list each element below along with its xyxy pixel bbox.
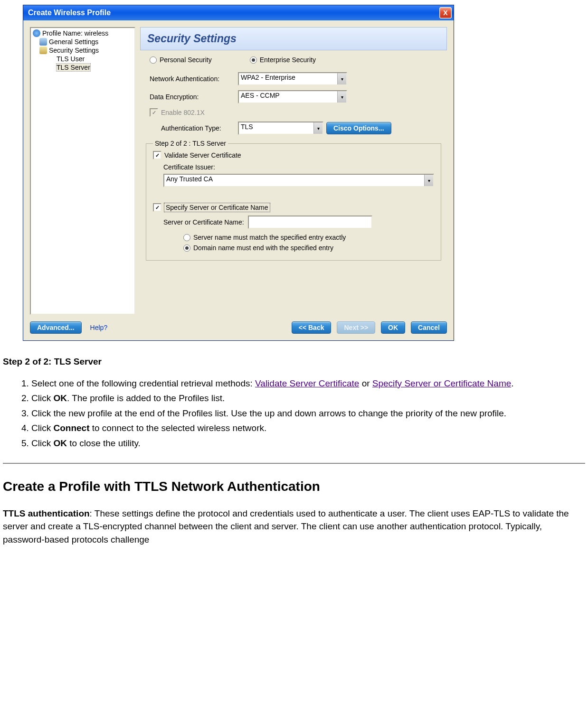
tree-item-label: TLS Server xyxy=(57,64,90,71)
cancel-button[interactable]: Cancel xyxy=(411,321,447,334)
field-label: Authentication Type: xyxy=(145,124,235,132)
dialog-title: Create Wireless Profile xyxy=(28,9,111,17)
enterprise-security-radio[interactable]: Enterprise Security xyxy=(250,56,316,64)
server-name-row: Server or Certificate Name: xyxy=(163,216,434,229)
data-enc-row: Data Encryption: AES - CCMP xyxy=(145,90,442,103)
field-label: Data Encryption: xyxy=(145,93,235,101)
tree-item-label: General Settings xyxy=(49,38,98,46)
documentation-content: Step 2 of 2: TLS Server Select one of th… xyxy=(0,355,588,560)
settings-panel: Security Settings Personal Security Ente… xyxy=(135,27,447,315)
select-value: Any Trusted CA xyxy=(166,175,213,183)
back-button[interactable]: << Back xyxy=(292,321,332,334)
select-value: AES - CCMP xyxy=(241,92,280,99)
profile-tree[interactable]: Profile Name: wireless General Settings … xyxy=(30,27,135,315)
network-auth-row: Network Authentication: WPA2 - Enterpris… xyxy=(145,72,442,85)
dialog-titlebar[interactable]: Create Wireless Profile X xyxy=(23,5,454,20)
cert-issuer-select[interactable]: Any Trusted CA xyxy=(163,174,434,187)
tree-item-label: Security Settings xyxy=(49,47,99,54)
auth-type-select[interactable]: TLS xyxy=(238,122,323,135)
radio-off-icon xyxy=(150,56,157,64)
link-specify-server[interactable]: Specify Server or Certificate Name xyxy=(372,378,512,388)
tree-item-general-settings[interactable]: General Settings xyxy=(31,38,134,46)
radio-on-icon xyxy=(183,244,190,252)
section-heading: Create a Profile with TTLS Network Authe… xyxy=(3,477,585,497)
tree-item-label: TLS User xyxy=(57,55,85,63)
user-icon xyxy=(39,38,47,46)
radio-label: Domain name must end with the specified … xyxy=(193,244,333,252)
ttls-paragraph: TTLS authentication: These settings defi… xyxy=(3,507,585,546)
list-item: Click OK to close the utility. xyxy=(31,437,585,450)
server-name-input[interactable] xyxy=(248,216,372,229)
step-heading: Step 2 of 2: TLS Server xyxy=(3,355,585,368)
list-item: Click Connect to connect to the selected… xyxy=(31,422,585,435)
next-button: Next >> xyxy=(337,321,375,334)
match-exact-radio[interactable]: Server name must match the specified ent… xyxy=(183,234,434,241)
step-list: Select one of the following credential r… xyxy=(3,377,585,450)
globe-icon xyxy=(33,29,40,37)
radio-label: Enterprise Security xyxy=(260,56,316,64)
list-item: Click OK. The profile is added to the Pr… xyxy=(31,392,585,405)
security-form: Personal Security Enterprise Security Ne… xyxy=(140,50,447,261)
checkbox-label: Enable 802.1X xyxy=(161,109,205,116)
tree-item-profile-name[interactable]: Profile Name: wireless xyxy=(31,29,134,38)
radio-off-icon xyxy=(183,234,190,241)
lock-icon xyxy=(39,47,47,54)
advanced-button[interactable]: Advanced... xyxy=(30,321,82,334)
close-button[interactable]: X xyxy=(439,7,452,19)
security-type-radios: Personal Security Enterprise Security xyxy=(145,56,442,64)
cisco-options-button[interactable]: Cisco Options... xyxy=(326,122,391,134)
select-value: WPA2 - Enterprise xyxy=(241,74,295,81)
network-auth-select[interactable]: WPA2 - Enterprise xyxy=(238,72,347,85)
checkbox-label: Validate Server Certificate xyxy=(164,151,241,159)
tree-item-security-settings[interactable]: Security Settings xyxy=(31,46,134,55)
validate-cert-checkbox-row[interactable]: Validate Server Certificate xyxy=(153,151,434,160)
ok-button[interactable]: OK xyxy=(381,321,405,334)
radio-label: Server name must match the specified ent… xyxy=(193,234,346,241)
radio-on-icon xyxy=(250,56,257,64)
field-label: Network Authentication: xyxy=(145,75,235,83)
link-validate-cert[interactable]: Validate Server Certificate xyxy=(255,378,359,388)
cert-issuer-label: Certificate Issuer: xyxy=(163,163,434,171)
list-item: Click the new profile at the end of the … xyxy=(31,407,585,420)
radio-label: Personal Security xyxy=(160,56,212,64)
select-value: TLS xyxy=(241,123,253,131)
dialog-body: Profile Name: wireless General Settings … xyxy=(23,20,454,318)
auth-type-row: Authentication Type: TLS Cisco Options..… xyxy=(145,122,442,135)
match-domain-radio[interactable]: Domain name must end with the specified … xyxy=(183,244,434,252)
panel-heading: Security Settings xyxy=(140,27,447,50)
tree-item-label: Profile Name: wireless xyxy=(42,29,108,37)
tree-item-tls-server[interactable]: TLS Server xyxy=(31,63,134,72)
data-enc-select[interactable]: AES - CCMP xyxy=(238,90,347,103)
field-label: Server or Certificate Name: xyxy=(163,218,244,226)
personal-security-radio[interactable]: Personal Security xyxy=(150,56,212,64)
specify-server-checkbox-row[interactable]: Specify Server or Certificate Name xyxy=(153,203,434,212)
specify-server-checkbox[interactable] xyxy=(153,203,161,212)
group-legend: Step 2 of 2 : TLS Server xyxy=(153,140,228,147)
enable-8021x-checkbox xyxy=(150,108,158,117)
dialog-footer: Advanced... Help? << Back Next >> OK Can… xyxy=(23,318,454,340)
close-icon: X xyxy=(443,9,447,17)
help-link[interactable]: Help? xyxy=(90,324,108,331)
section-divider xyxy=(3,463,585,464)
checkbox-label: Specify Server or Certificate Name xyxy=(164,203,270,212)
wireless-profile-dialog: Create Wireless Profile X Profile Name: … xyxy=(23,5,454,341)
validate-cert-checkbox[interactable] xyxy=(153,151,161,160)
tree-item-tls-user[interactable]: TLS User xyxy=(31,55,134,63)
tls-server-group: Step 2 of 2 : TLS Server Validate Server… xyxy=(146,140,441,261)
enable-8021x-row: Enable 802.1X xyxy=(145,108,442,117)
list-item: Select one of the following credential r… xyxy=(31,377,585,390)
